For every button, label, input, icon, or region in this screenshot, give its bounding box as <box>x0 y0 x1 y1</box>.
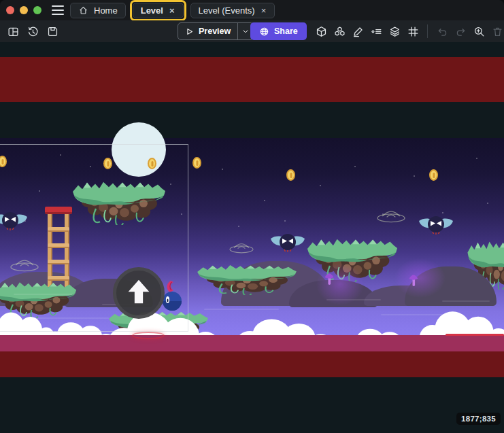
share-button[interactable]: Share <box>250 22 307 40</box>
app-window: Home Level × Level (Events) × <box>0 0 504 433</box>
pencil-icon[interactable] <box>350 24 365 39</box>
star <box>320 185 321 186</box>
red-edge-highlight <box>446 334 504 336</box>
instances-list-icon[interactable] <box>369 24 384 39</box>
selection-rectangle <box>0 144 188 332</box>
preview-button-main[interactable]: Preview <box>178 27 237 36</box>
star <box>442 212 443 213</box>
tab-level-events-label: Level (Events) <box>199 5 255 16</box>
coin-sprite[interactable] <box>286 169 295 181</box>
globe-icon <box>259 27 269 37</box>
cursor-coordinates-badge: 1877;835 <box>456 413 501 425</box>
toolbar-separator <box>427 24 428 38</box>
tab-home-label: Home <box>94 5 118 16</box>
purple-glow <box>394 258 446 298</box>
star <box>354 166 356 167</box>
mushroom-sprite <box>408 272 419 287</box>
chevron-down-icon <box>241 27 250 35</box>
traffic-lights <box>6 6 41 14</box>
play-icon <box>185 27 194 36</box>
redo-icon[interactable] <box>453 24 468 39</box>
object-groups-icon[interactable] <box>332 24 347 39</box>
star <box>414 175 415 177</box>
save-icon[interactable] <box>45 24 60 39</box>
tab-highlight-box: Level × <box>130 0 186 21</box>
floating-island-sprite[interactable] <box>196 261 298 295</box>
undo-icon[interactable] <box>435 24 450 39</box>
ufo-outline-sprite <box>375 209 407 223</box>
star <box>487 203 488 204</box>
ground-magenta-band <box>0 335 504 351</box>
home-icon <box>78 5 88 16</box>
tab-bar: Home Level × Level (Events) × <box>70 0 275 20</box>
red-glow-ellipse <box>132 332 165 339</box>
toolbar: Preview Share <box>0 20 504 42</box>
share-button-label: Share <box>274 27 298 36</box>
star <box>476 158 477 159</box>
title-bar: Home Level × Level (Events) × <box>0 0 504 20</box>
cube-icon[interactable] <box>314 24 329 39</box>
water-line <box>442 300 490 302</box>
fullscreen-window-button[interactable] <box>33 6 41 14</box>
tab-level[interactable]: Level × <box>133 3 184 18</box>
scene-canvas[interactable]: 1877;835 <box>0 42 504 433</box>
mushroom-sprite <box>324 271 335 285</box>
scene-bottom-red-band <box>0 351 504 377</box>
preview-button-label: Preview <box>199 27 231 36</box>
menu-icon[interactable] <box>52 5 64 15</box>
close-icon[interactable]: × <box>169 6 175 15</box>
star <box>264 200 265 201</box>
layers-icon[interactable] <box>387 24 402 39</box>
tab-level-label: Level <box>141 5 163 16</box>
ufo-outline-sprite <box>229 242 254 254</box>
scene-top-red-band <box>0 57 504 102</box>
zoom-in-icon[interactable] <box>471 24 486 39</box>
coin-sprite[interactable] <box>429 169 438 181</box>
minimize-window-button[interactable] <box>20 6 28 14</box>
bat-enemy-sprite[interactable] <box>269 232 306 254</box>
bat-enemy-sprite[interactable] <box>418 214 454 236</box>
coin-sprite[interactable] <box>192 157 201 169</box>
trash-icon[interactable] <box>490 24 504 39</box>
tab-home[interactable]: Home <box>70 3 126 18</box>
toolbar-left-group <box>5 20 60 42</box>
preview-button[interactable]: Preview <box>178 22 254 40</box>
panels-icon[interactable] <box>5 24 20 39</box>
tab-level-events[interactable]: Level (Events) × <box>190 3 275 18</box>
close-icon[interactable]: × <box>261 6 267 15</box>
toolbar-right-group <box>314 20 504 42</box>
star <box>284 220 286 222</box>
star <box>222 169 223 170</box>
close-window-button[interactable] <box>6 6 14 14</box>
grid-icon[interactable] <box>405 24 420 39</box>
star <box>238 226 239 227</box>
history-icon[interactable] <box>25 24 40 39</box>
